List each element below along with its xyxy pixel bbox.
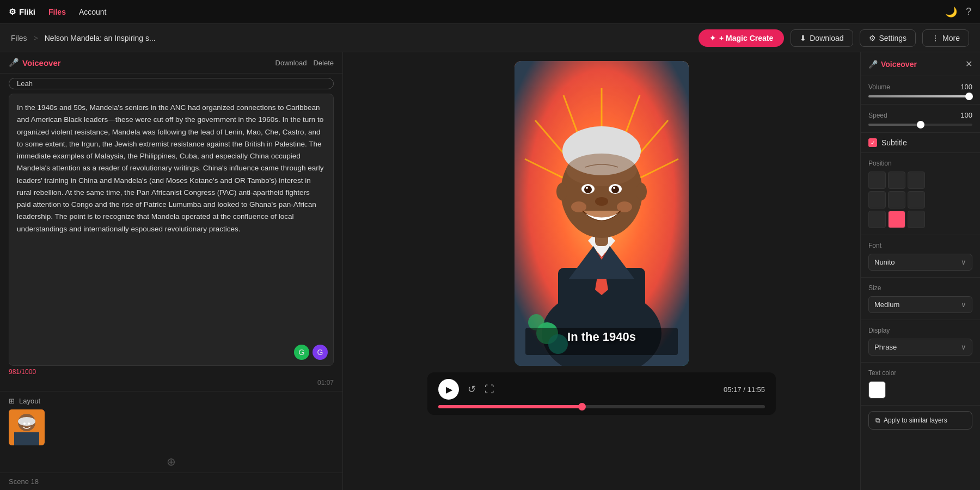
pos-cell-1[interactable]	[888, 171, 905, 189]
breadcrumb-current: Nelson Mandela: an Inspiring s...	[45, 34, 156, 42]
breadcrumb-root[interactable]: Files	[11, 34, 27, 42]
text-tools: G G	[294, 345, 328, 360]
pos-cell-6[interactable]	[868, 211, 886, 228]
svg-point-3	[18, 417, 35, 426]
volume-fill	[868, 95, 972, 97]
volume-slider[interactable]	[868, 95, 972, 97]
svg-point-29	[595, 197, 608, 206]
volume-label: Volume 100	[868, 83, 972, 91]
breadcrumb-actions: ✦ + Magic Create ⬇ Download ⚙ Settings ⋮…	[699, 29, 969, 47]
voiceover-delete-btn[interactable]: Delete	[313, 59, 334, 67]
pos-cell-2[interactable]	[908, 171, 925, 189]
nav-files[interactable]: Files	[48, 8, 66, 16]
left-panel: 🎤 Voiceover Download Delete Leah In the …	[0, 52, 343, 490]
svg-point-25	[584, 186, 592, 193]
position-grid	[868, 171, 972, 228]
subtitle-label: Subtitle	[881, 138, 907, 147]
svg-point-30	[556, 183, 567, 200]
progress-fill	[438, 405, 582, 408]
layout-grid-icon: ⊞	[9, 397, 15, 405]
voiceover-download-btn[interactable]: Download	[275, 59, 307, 67]
fullscreen-button[interactable]: ⛶	[485, 384, 494, 395]
right-panel-title: 🎤 Voiceover	[868, 60, 917, 69]
help-icon[interactable]: ?	[966, 6, 971, 17]
speed-slider[interactable]	[868, 124, 972, 126]
voiceover-text-area[interactable]: In the 1940s and 50s, Mandela's seniors …	[9, 94, 334, 366]
display-dropdown[interactable]: Phrase ∨	[868, 339, 972, 356]
text-color-label: Text color	[868, 369, 972, 377]
apply-similar-button[interactable]: ⧉ Apply to similar layers	[868, 411, 972, 430]
grammar-tool-icon[interactable]: G	[294, 345, 309, 360]
layout-section: ⊞ Layout	[0, 391, 342, 451]
speaker-tag[interactable]: Leah	[9, 78, 334, 89]
size-dropdown-arrow: ∨	[961, 301, 966, 309]
controls-top: ▶ ↺ ⛶ 05:17 / 11:55	[438, 379, 765, 400]
progress-bar[interactable]	[438, 405, 765, 408]
position-label: Position	[868, 160, 972, 167]
scene-number: Scene 18	[0, 473, 342, 490]
main-layout: 🎤 Voiceover Download Delete Leah In the …	[0, 52, 980, 490]
speed-value: 100	[960, 111, 972, 119]
copy-icon: ⧉	[875, 416, 880, 424]
settings-icon: ⚙	[869, 34, 876, 42]
font-dropdown[interactable]: Nunito ∨	[868, 254, 972, 271]
replay-button[interactable]: ↺	[468, 383, 476, 395]
more-icon: ⋮	[932, 34, 939, 42]
svg-point-5	[28, 422, 30, 425]
add-scene-button[interactable]: ⊕	[0, 451, 342, 473]
size-section: Size Medium ∨	[861, 278, 980, 320]
pos-cell-7-active[interactable]	[888, 211, 905, 228]
pos-cell-5[interactable]	[908, 191, 925, 209]
layout-label: Layout	[19, 397, 40, 405]
svg-point-33	[617, 201, 632, 212]
center-panel: In the 1940s ▶ ↺ ⛶ 05:17 / 11:55	[343, 52, 860, 490]
svg-point-22	[566, 154, 637, 186]
text-color-swatch[interactable]	[868, 381, 886, 399]
size-label: Size	[868, 284, 972, 292]
right-panel: 🎤 Voiceover ✕ Volume 100 Speed 100	[860, 52, 980, 490]
speed-section: Speed 100	[861, 105, 980, 133]
pos-cell-3[interactable]	[868, 191, 886, 209]
video-subtitle-text: In the 1940s	[514, 330, 689, 344]
dark-mode-toggle[interactable]: 🌙	[945, 6, 957, 18]
pos-cell-4[interactable]	[888, 191, 905, 209]
logo-icon: ⚙	[9, 7, 16, 17]
magic-create-button[interactable]: ✦ + Magic Create	[699, 29, 784, 47]
video-controls: ▶ ↺ ⛶ 05:17 / 11:55	[427, 372, 776, 415]
settings-button[interactable]: ⚙ Settings	[860, 29, 916, 47]
svg-rect-2	[14, 432, 39, 445]
char-count: 981/1000	[9, 368, 334, 376]
close-panel-button[interactable]: ✕	[965, 59, 972, 69]
svg-point-28	[613, 187, 615, 189]
right-panel-header: 🎤 Voiceover ✕	[861, 52, 980, 76]
position-section: Position	[861, 153, 980, 235]
mic-icon: 🎤	[9, 58, 19, 68]
video-container: In the 1940s	[514, 61, 689, 366]
mic-icon-right: 🎤	[868, 60, 878, 69]
add-icon: ⊕	[167, 455, 176, 468]
more-button[interactable]: ⋮ More	[922, 29, 969, 47]
breadcrumb-bar: Files > Nelson Mandela: an Inspiring s..…	[0, 24, 980, 52]
scene-thumbnail[interactable]	[9, 409, 45, 445]
size-dropdown[interactable]: Medium ∨	[868, 296, 972, 313]
download-button[interactable]: ⬇ Download	[791, 29, 853, 47]
time-display: 05:17 / 11:55	[724, 385, 765, 394]
speed-label: Speed 100	[868, 111, 972, 119]
nav-account[interactable]: Account	[79, 8, 107, 16]
volume-thumb	[965, 93, 973, 100]
pos-cell-8[interactable]	[908, 211, 925, 228]
progress-thumb	[578, 403, 586, 411]
layout-header: ⊞ Layout	[9, 397, 334, 405]
svg-point-31	[636, 183, 647, 200]
pos-cell-0[interactable]	[868, 171, 886, 189]
subtitle-checkbox[interactable]: ✓	[868, 138, 877, 147]
sparkle-icon: ✦	[709, 34, 716, 42]
ai-tool-icon[interactable]: G	[313, 345, 328, 360]
voiceover-header: 🎤 Voiceover Download Delete	[0, 52, 342, 74]
font-label: Font	[868, 242, 972, 249]
voiceover-actions: Download Delete	[275, 59, 334, 67]
video-background: In the 1940s	[514, 61, 689, 366]
play-button[interactable]: ▶	[438, 379, 459, 400]
text-color-section: Text color	[861, 363, 980, 406]
nav-right: 🌙 ?	[945, 6, 971, 18]
